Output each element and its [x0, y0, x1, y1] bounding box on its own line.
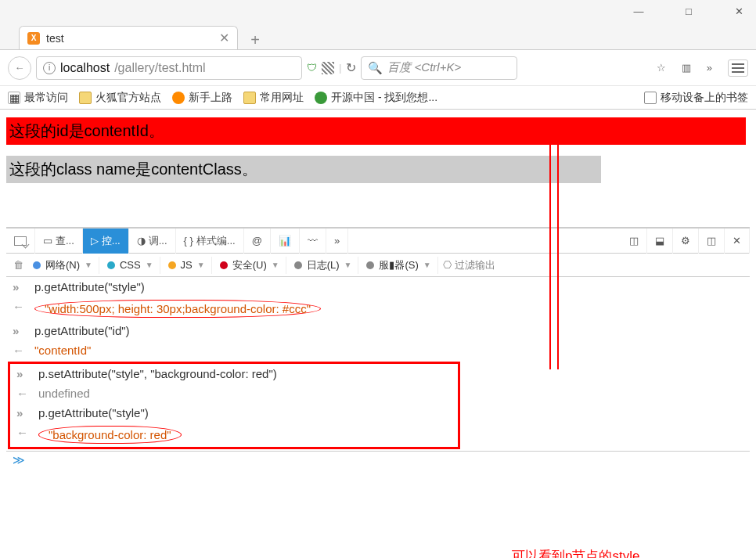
- label: JS: [181, 259, 193, 271]
- label: 网络(N): [45, 258, 80, 272]
- console-output-line: undefined: [10, 383, 458, 403]
- code-text: p.setAttribute("style", "background-colo…: [38, 367, 277, 380]
- maximize-button[interactable]: □: [678, 3, 700, 19]
- tab-strip: X test ✕ +: [0, 22, 756, 50]
- page-content: 这段的id是contentId。 这段的class name是contentCl…: [0, 110, 756, 468]
- label: 控...: [102, 234, 121, 248]
- minimize-button[interactable]: —: [628, 3, 650, 19]
- folder-icon: [79, 92, 92, 104]
- browser-tab[interactable]: X test ✕: [19, 26, 238, 49]
- prompt-out-icon: [16, 426, 31, 439]
- bookmark-getting-started[interactable]: 新手上路: [172, 91, 232, 105]
- firefox-icon: [172, 92, 185, 104]
- console-output-line: "background-color: red": [10, 423, 458, 447]
- back-button[interactable]: ←: [8, 56, 31, 80]
- clear-console-icon[interactable]: 🗑: [11, 258, 25, 272]
- paragraph-contentclass: 这段的class name是contentClass。: [6, 156, 601, 183]
- devtools-tab-inspector[interactable]: ▭ 查...: [35, 229, 83, 254]
- filter-log[interactable]: 日志(L) ▼: [288, 257, 359, 274]
- devtools-split-icon[interactable]: ◫: [699, 229, 725, 254]
- bookmark-oschina[interactable]: 开源中国 - 找到您想...: [315, 91, 437, 105]
- prompt-in-icon: [16, 406, 31, 419]
- console-filter-row: 🗑 网络(N) ▼ CSS ▼ JS ▼ 安全(U) ▼ 日志(L) ▼ 服▮器…: [6, 254, 750, 277]
- prompt-in-icon: [13, 324, 27, 337]
- label: 调...: [149, 234, 167, 248]
- library-icon[interactable]: ▥: [682, 62, 691, 74]
- filter-css[interactable]: CSS ▼: [101, 257, 160, 274]
- annotation-text: 可以看到p节点的style属性改变，网页上的显示也改变了: [512, 543, 747, 558]
- search-icon: 🔍: [368, 61, 383, 75]
- filter-server[interactable]: 服▮器(S) ▼: [360, 257, 437, 274]
- annotation-arrow-line: [549, 138, 551, 369]
- new-tab-button[interactable]: +: [246, 31, 265, 49]
- bookmark-label: 开源中国 - 找到您想...: [331, 91, 437, 105]
- code-text: "contentId": [34, 344, 91, 357]
- search-box[interactable]: 🔍 百度 <Ctrl+K>: [361, 56, 517, 80]
- prompt-in-icon: [16, 367, 31, 380]
- refresh-button[interactable]: ↻: [346, 60, 356, 75]
- label: 样式编...: [196, 234, 236, 248]
- tab-title: test: [46, 32, 213, 45]
- devtools-tab-more[interactable]: »: [326, 229, 348, 254]
- prompt-out-icon: [16, 387, 31, 400]
- bookmark-mobile[interactable]: 移动设备上的书签: [644, 91, 748, 105]
- code-text: "width:500px; height: 30px;background-co…: [34, 300, 321, 318]
- url-box[interactable]: i localhost/gallery/test.html: [36, 56, 302, 80]
- site-info-icon[interactable]: i: [43, 62, 56, 74]
- filter-js[interactable]: JS ▼: [162, 257, 212, 274]
- prompt-out-icon: [13, 300, 27, 313]
- window-titlebar: — □ ✕: [0, 0, 756, 22]
- shield-icon[interactable]: 🛡: [307, 62, 317, 74]
- devtools-tab-style[interactable]: { } 样式编...: [176, 229, 244, 254]
- folder-icon: [243, 92, 256, 104]
- oschina-icon: [315, 92, 327, 104]
- devtools-tab-network[interactable]: 〰: [300, 229, 326, 254]
- console-input-line: p.setAttribute("style", "background-colo…: [10, 364, 458, 383]
- prompt-in-icon: [13, 280, 27, 293]
- grid-icon: ▦: [8, 92, 20, 104]
- label: 日志(L): [307, 258, 340, 272]
- filter-security[interactable]: 安全(U) ▼: [214, 257, 286, 274]
- bookmark-label: 火狐官方站点: [95, 91, 161, 105]
- console-input-line: p.getAttribute("style"): [6, 277, 750, 297]
- bookmark-common-urls[interactable]: 常用网址: [243, 91, 304, 105]
- bookmark-label: 常用网址: [260, 91, 304, 105]
- menu-button[interactable]: [728, 59, 748, 77]
- console-input-line: p.getAttribute("style"): [10, 403, 458, 423]
- close-button[interactable]: ✕: [728, 3, 750, 19]
- devtools-settings-icon[interactable]: ⚙: [673, 229, 699, 254]
- devtools-tab-strip: ▭ 查... ▷ 控... ◑ 调... { } 样式编... @ 📊 〰 » …: [6, 229, 750, 254]
- devtools-tab-debugger[interactable]: ◑ 调...: [129, 229, 176, 254]
- label: CSS: [120, 259, 141, 271]
- code-text: "background-color: red": [38, 426, 182, 444]
- devtools-dock-bottom[interactable]: ⬓: [647, 229, 673, 254]
- address-bar: ← i localhost/gallery/test.html 🛡 | ↻ 🔍 …: [0, 50, 756, 86]
- code-text: p.getAttribute("id"): [34, 324, 130, 337]
- qr-icon[interactable]: [322, 62, 334, 74]
- console-output-line: "contentId": [6, 340, 750, 360]
- devtools-dock-side[interactable]: ◫: [621, 229, 647, 254]
- filter-input[interactable]: ⎔ 过滤输出: [443, 258, 495, 272]
- devtools-tab-performance[interactable]: @: [244, 229, 271, 254]
- devtools-tab-memory[interactable]: 📊: [271, 229, 300, 254]
- annotation-highlight-box: p.setAttribute("style", "background-colo…: [8, 362, 460, 449]
- search-placeholder: 百度 <Ctrl+K>: [387, 60, 461, 75]
- devtools-close-icon[interactable]: ✕: [725, 229, 750, 254]
- phone-icon: [644, 92, 657, 104]
- console-output-line: "width:500px; height: 30px;background-co…: [6, 297, 750, 321]
- console-output[interactable]: p.getAttribute("style")"width:500px; hei…: [6, 277, 750, 451]
- bookmark-most-visited[interactable]: ▦ 最常访问: [8, 91, 68, 105]
- bookmark-star-icon[interactable]: ☆: [657, 62, 666, 74]
- devtools-inspector-icon[interactable]: [6, 229, 35, 254]
- devtools-tab-console[interactable]: ▷ 控...: [83, 229, 129, 254]
- devtools-panel: ▭ 查... ▷ 控... ◑ 调... { } 样式编... @ 📊 〰 » …: [6, 227, 750, 468]
- tab-close-icon[interactable]: ✕: [219, 31, 229, 45]
- console-prompt[interactable]: ≫: [6, 451, 750, 468]
- more-icon[interactable]: »: [707, 62, 712, 74]
- code-text: undefined: [38, 387, 90, 400]
- filter-net[interactable]: 网络(N) ▼: [27, 257, 99, 274]
- bookmarks-bar: ▦ 最常访问 火狐官方站点 新手上路 常用网址 开源中国 - 找到您想... 移…: [0, 86, 756, 110]
- code-text: p.getAttribute("style"): [34, 280, 145, 293]
- bookmark-firefox-official[interactable]: 火狐官方站点: [79, 91, 161, 105]
- label: 安全(U): [232, 258, 267, 272]
